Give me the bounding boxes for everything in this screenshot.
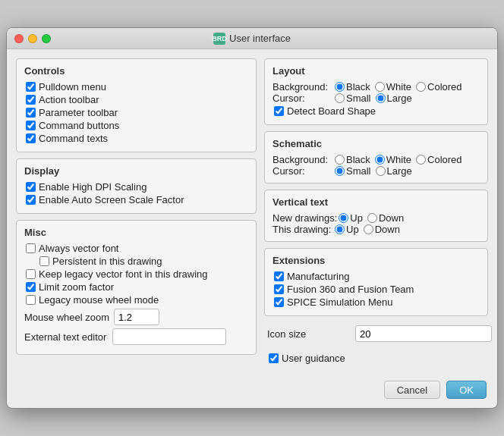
layout-bg-white-item: White (375, 81, 411, 93)
mouse-wheel-zoom-row: Mouse wheel zoom (24, 309, 248, 325)
action-toolbar-checkbox[interactable] (26, 95, 36, 105)
legacy-wheel-row: Legacy mouse wheel mode (24, 294, 248, 306)
keep-legacy-row: Keep legacy vector font in this drawing (24, 268, 248, 280)
always-vector-font-checkbox[interactable] (26, 243, 36, 253)
schematic-background-label: Background: (272, 154, 333, 165)
schematic-cursor-small-radio[interactable] (335, 166, 345, 176)
cancel-button[interactable]: Cancel (384, 381, 440, 399)
spice-checkbox[interactable] (274, 297, 284, 307)
misc-section: Misc Always vector font Persistent in th… (16, 220, 257, 355)
auto-scale-checkbox[interactable] (26, 195, 36, 205)
right-panel: Layout Background: Black White (264, 58, 488, 365)
this-drawing-up-radio[interactable] (335, 224, 345, 234)
layout-cursor-small-radio[interactable] (335, 93, 345, 103)
new-drawings-down-radio[interactable] (367, 213, 377, 223)
main-content: Controls Pulldown menu Action toolbar Pa… (7, 49, 497, 375)
fusion360-checkbox[interactable] (274, 284, 284, 294)
schematic-bg-black-item: Black (335, 154, 370, 165)
layout-bg-colored-radio[interactable] (416, 82, 426, 92)
external-text-editor-input[interactable] (112, 328, 226, 345)
new-drawings-up-item: Up (339, 212, 363, 224)
command-texts-checkbox[interactable] (26, 133, 36, 143)
ok-button[interactable]: OK (446, 381, 487, 399)
new-drawings-up-radio[interactable] (339, 213, 348, 223)
schematic-cursor-large-label: Large (387, 165, 412, 177)
minimize-button[interactable] (28, 34, 37, 43)
this-drawing-up-label: Up (346, 224, 359, 235)
schematic-title: Schematic (272, 138, 480, 149)
this-drawing-label: This drawing: (272, 224, 333, 235)
misc-title: Misc (24, 227, 248, 238)
user-guidance-checkbox[interactable] (269, 353, 279, 363)
detect-board-shape-label: Detect Board Shape (287, 105, 376, 117)
limit-zoom-row: Limit zoom factor (24, 281, 248, 293)
always-vector-font-row: Always vector font (24, 243, 248, 254)
layout-cursor-row: Cursor: Small Large (272, 93, 480, 104)
legacy-wheel-checkbox[interactable] (26, 295, 36, 305)
pulldown-menu-label: Pulldown menu (39, 81, 106, 93)
fusion360-row: Fusion 360 and Fusion Team (272, 284, 480, 295)
spice-row: SPICE Simulation Menu (272, 296, 480, 308)
schematic-cursor-large-radio[interactable] (376, 166, 386, 176)
legacy-wheel-label: Legacy mouse wheel mode (39, 294, 159, 306)
schematic-bg-colored-label: Colored (427, 154, 462, 165)
schematic-cursor-small-item: Small (335, 165, 371, 177)
vertical-text-section: Vertical text New drawings: Up Down (264, 190, 488, 242)
auto-scale-row: Enable Auto Screen Scale Factor (24, 194, 248, 205)
limit-zoom-checkbox[interactable] (26, 282, 36, 292)
fusion360-label: Fusion 360 and Fusion Team (287, 284, 414, 295)
layout-section: Layout Background: Black White (264, 58, 488, 125)
vertical-text-title: Vertical text (272, 196, 480, 208)
user-guidance-row: User guidance (267, 353, 488, 364)
external-text-editor-row: External text editor (24, 328, 248, 345)
new-drawings-up-label: Up (350, 212, 363, 224)
schematic-cursor-large-item: Large (376, 165, 412, 177)
schematic-cursor-label: Cursor: (272, 165, 333, 177)
manufacturing-checkbox[interactable] (274, 271, 284, 281)
layout-bg-black-label: Black (346, 81, 370, 93)
mouse-wheel-zoom-input[interactable] (114, 309, 159, 325)
keep-legacy-checkbox[interactable] (26, 269, 36, 279)
schematic-bg-black-radio[interactable] (335, 155, 345, 165)
schematic-section: Schematic Background: Black White (264, 131, 488, 183)
this-drawing-row: This drawing: Up Down (272, 224, 480, 235)
icon-size-input[interactable] (355, 325, 492, 342)
high-dpi-checkbox[interactable] (26, 182, 36, 192)
detect-board-shape-checkbox[interactable] (274, 106, 284, 116)
schematic-bg-white-item: White (375, 154, 411, 165)
layout-bg-white-radio[interactable] (375, 82, 385, 92)
maximize-button[interactable] (42, 34, 51, 43)
parameter-toolbar-checkbox[interactable] (26, 108, 36, 118)
high-dpi-row: Enable High DPI Scaling (24, 181, 248, 193)
layout-bg-white-label: White (386, 81, 411, 93)
persistent-drawing-checkbox[interactable] (39, 256, 49, 266)
layout-cursor-group: Small Large (335, 93, 412, 104)
layout-background-row: Background: Black White Colored (272, 81, 480, 93)
schematic-bg-white-label: White (386, 154, 411, 165)
new-drawings-down-item: Down (367, 212, 404, 224)
command-buttons-checkbox[interactable] (26, 121, 36, 130)
close-button[interactable] (14, 34, 24, 43)
layout-bg-colored-item: Colored (416, 81, 462, 93)
action-toolbar-label: Action toolbar (39, 94, 99, 105)
new-drawings-group: Up Down (339, 212, 404, 224)
schematic-bg-colored-radio[interactable] (416, 155, 426, 165)
schematic-cursor-row: Cursor: Small Large (272, 165, 480, 177)
pulldown-menu-checkbox[interactable] (26, 82, 36, 92)
schematic-background-row: Background: Black White Colored (272, 154, 480, 165)
spice-label: SPICE Simulation Menu (287, 296, 392, 308)
extensions-section: Extensions Manufacturing Fusion 360 and … (264, 248, 488, 316)
this-drawing-down-radio[interactable] (364, 224, 373, 234)
persistent-drawing-row: Persistent in this drawing (24, 256, 248, 267)
layout-bg-black-radio[interactable] (335, 82, 345, 92)
keep-legacy-label: Keep legacy vector font in this drawing (39, 268, 208, 280)
layout-cursor-large-item: Large (376, 93, 412, 104)
layout-title: Layout (272, 65, 480, 77)
schematic-bg-white-radio[interactable] (375, 155, 385, 165)
layout-bg-black-item: Black (335, 81, 370, 93)
layout-bg-colored-label: Colored (427, 81, 462, 93)
pulldown-menu-row: Pulldown menu (24, 81, 248, 93)
this-drawing-up-item: Up (335, 224, 359, 235)
layout-cursor-large-radio[interactable] (376, 93, 386, 103)
layout-cursor-small-label: Small (346, 93, 371, 104)
